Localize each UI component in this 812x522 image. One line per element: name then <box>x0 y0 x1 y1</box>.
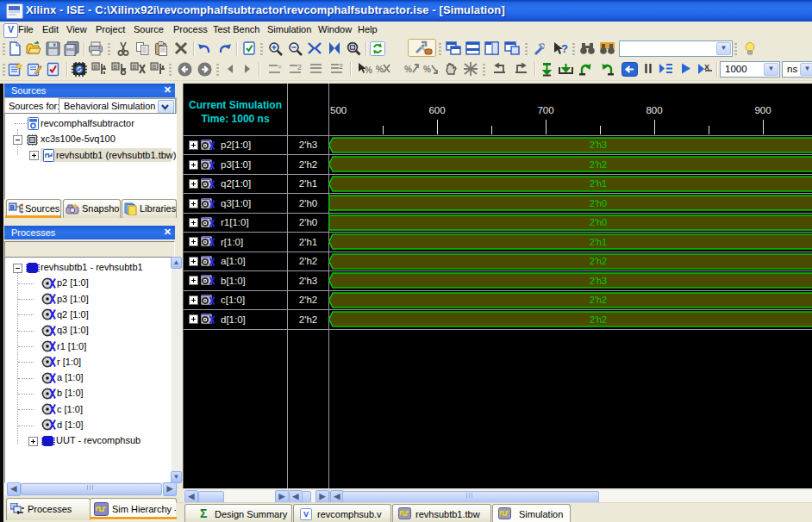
svg-text:B: B <box>133 64 137 70</box>
svg-text:B: B <box>114 64 118 70</box>
svg-text:B: B <box>10 204 15 210</box>
svg-text:B: B <box>94 64 98 70</box>
svg-text:%: % <box>365 65 372 75</box>
svg-text:=: = <box>278 63 282 71</box>
svg-text:2: 2 <box>297 63 302 71</box>
svg-text:B: B <box>153 64 157 70</box>
svg-text:%: % <box>423 65 431 74</box>
svg-text:%: % <box>404 65 412 74</box>
svg-text:?: ? <box>561 42 568 55</box>
svg-text:2: 2 <box>339 62 343 71</box>
svg-text:%: % <box>376 65 384 74</box>
